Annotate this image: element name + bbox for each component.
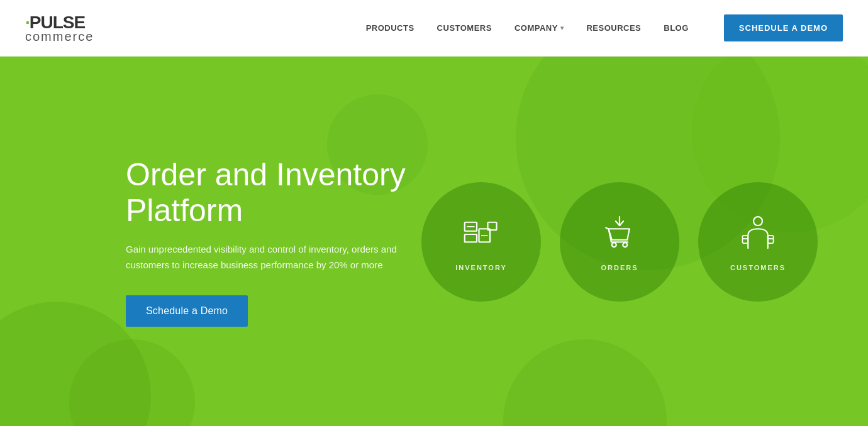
- hero-title: Order and Inventory Platform: [126, 157, 428, 229]
- icon-circle-customers[interactable]: CUSTOMERS: [698, 182, 818, 302]
- hero-icons: INVENTORY ORDERS: [421, 182, 818, 302]
- customers-icon: [736, 212, 780, 256]
- orders-label: ORDERS: [601, 264, 638, 271]
- nav-item-products[interactable]: PRODUCTS: [366, 23, 415, 33]
- schedule-demo-button-header[interactable]: SCHEDULE A DEMO: [724, 14, 843, 41]
- logo-text: ·PULSE commerce: [25, 14, 94, 43]
- svg-point-9: [754, 217, 762, 226]
- chevron-down-icon: ▾: [560, 25, 564, 31]
- hero-section: Order and Inventory Platform Gain unprec…: [0, 57, 868, 426]
- nav-item-blog[interactable]: BLOG: [664, 23, 689, 33]
- deco-circle-4: [69, 339, 195, 426]
- inventory-icon: [459, 212, 503, 256]
- logo-pulse: ·PULSE: [25, 14, 94, 31]
- nav: PRODUCTS CUSTOMERS COMPANY ▾ RESOURCES B…: [366, 14, 843, 41]
- logo-commerce: commerce: [25, 30, 94, 43]
- schedule-demo-button-hero[interactable]: Schedule a Demo: [126, 295, 248, 327]
- svg-rect-1: [465, 234, 477, 242]
- svg-point-7: [623, 243, 627, 247]
- orders-icon: [598, 212, 642, 256]
- hero-subtitle: Gain unprecedented visibility and contro…: [126, 242, 428, 273]
- deco-circle-2: [503, 339, 667, 426]
- inventory-label: INVENTORY: [455, 264, 507, 271]
- logo-dot: ·: [25, 13, 30, 32]
- header: ·PULSE commerce PRODUCTS CUSTOMERS COMPA…: [0, 0, 868, 57]
- svg-point-6: [612, 243, 616, 247]
- customers-label: CUSTOMERS: [730, 264, 786, 271]
- hero-content: Order and Inventory Platform Gain unprec…: [126, 157, 428, 327]
- nav-item-company[interactable]: COMPANY ▾: [515, 23, 564, 33]
- icon-circle-orders[interactable]: ORDERS: [560, 182, 679, 302]
- logo[interactable]: ·PULSE commerce: [25, 14, 94, 43]
- nav-item-resources[interactable]: RESOURCES: [586, 23, 641, 33]
- nav-item-customers[interactable]: CUSTOMERS: [437, 23, 492, 33]
- icon-circle-inventory[interactable]: INVENTORY: [421, 182, 541, 302]
